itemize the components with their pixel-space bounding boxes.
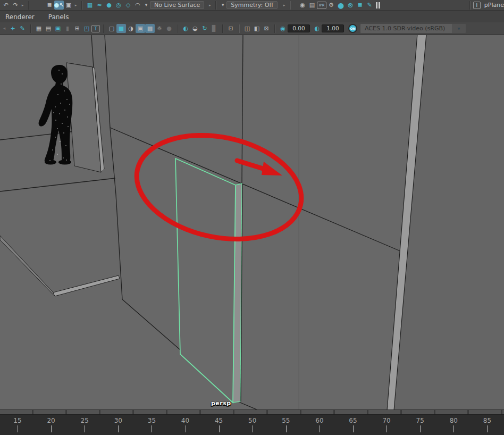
gate-mask-button[interactable]: ▮ — [63, 24, 72, 33]
ipr-render-button[interactable]: IPR — [317, 2, 326, 9]
cache-strip[interactable] — [0, 410, 504, 415]
gamma-field[interactable]: 1.00 — [322, 24, 344, 32]
multisample-aa-button[interactable]: ▊ — [209, 24, 219, 33]
cancel-render-button[interactable]: ⊗ — [346, 1, 355, 10]
film-gate-button[interactable]: ▤ — [44, 24, 53, 33]
snap-options-dropdown-icon[interactable]: ▾ — [142, 1, 150, 10]
symmetry-field[interactable]: Symmetry: Off — [226, 1, 278, 9]
viewport-toolbar: ◂ + ✎ ▦ ▤ ▣ ▮ ⊞ ◰ T ▢ ■ ◑ ▣ ▩ ☼ ● ◐ ◒ ↻ … — [0, 22, 504, 35]
safe-action-button[interactable]: ◰ — [82, 24, 91, 33]
view-transform-combo[interactable]: ACES 1.0 SDR-video (sRGB) — [360, 24, 452, 33]
snap-to-plane-button[interactable]: ◇ — [123, 1, 133, 10]
gamma-icon[interactable]: ◐ — [312, 24, 322, 33]
frame-label: 40 — [181, 417, 189, 424]
selection-highlight-button[interactable]: ⊡ — [226, 24, 236, 33]
field-chart-button[interactable]: ⊞ — [72, 24, 82, 33]
frame-tick — [453, 425, 454, 432]
bounding-box-display-button[interactable]: ◑ — [126, 24, 136, 33]
frame-label: 50 — [248, 417, 256, 424]
group-collapser[interactable]: ▸ — [20, 3, 25, 7]
status-bar: ↶ ↷ ▸ ≣ ●↖ ▣ ▸ ▦ ≈ ● ◎ ◇ ◠ ▾ No Live Sur… — [0, 0, 504, 11]
select-object-button[interactable]: ●↖ — [54, 1, 64, 10]
frame-label: 45 — [215, 417, 223, 424]
menu-panels[interactable]: Panels — [46, 12, 71, 22]
light-editor-button[interactable]: ≣ — [355, 1, 365, 10]
xray-active-button[interactable]: ⊠ — [262, 24, 271, 33]
smooth-shade-button[interactable]: ■ — [116, 24, 126, 33]
frame-label: 20 — [47, 417, 55, 424]
statusbar-right-group: I pPlane — [466, 1, 504, 10]
motion-blur-button[interactable]: ↻ — [200, 24, 209, 33]
panel-collapse-icon[interactable]: ◂ — [1, 24, 8, 33]
menu-renderer[interactable]: Renderer — [3, 12, 37, 22]
symmetry-dropdown-icon[interactable]: ▾ — [219, 1, 226, 10]
select-hierarchy-button[interactable]: ≣ — [45, 1, 54, 10]
group-collapser[interactable]: ▸ — [207, 3, 212, 7]
snap-to-grid-button[interactable]: ▦ — [85, 1, 95, 10]
frame-tick — [387, 425, 387, 432]
make-live-button[interactable]: ◠ — [133, 1, 142, 10]
wireframe-on-shaded-button[interactable]: ▣ — [136, 24, 145, 33]
frame-label: 85 — [483, 417, 491, 424]
use-default-material-button[interactable]: ● — [164, 24, 174, 33]
toolbar-separator — [469, 1, 470, 10]
frame-tick — [186, 425, 186, 432]
frame-label: 35 — [148, 417, 156, 424]
safe-title-button[interactable]: T — [91, 25, 100, 32]
select-component-button[interactable]: ▣ — [64, 1, 73, 10]
exposure-field[interactable]: 0.00 — [288, 24, 310, 32]
timeline: 152025303540455055606570758085 — [0, 409, 504, 435]
render-sequence-button[interactable]: ● — [336, 1, 346, 10]
frame-label: 70 — [382, 417, 390, 424]
frame-label: 55 — [282, 417, 290, 424]
frame-tick — [219, 425, 220, 432]
toolbar-separator — [239, 24, 239, 33]
undo-icon[interactable]: ↶ — [1, 1, 11, 10]
input-line-icon[interactable]: I — [473, 2, 481, 9]
toolbar-separator — [177, 24, 178, 33]
pan-zoom-tool-button[interactable]: + — [8, 24, 18, 33]
toolbar-separator — [222, 24, 223, 33]
pause-icon[interactable] — [374, 2, 382, 9]
ambient-occlusion-button[interactable]: ◒ — [190, 24, 200, 33]
render-current-frame-button[interactable]: ▤ — [307, 1, 317, 10]
time-slider[interactable]: 152025303540455055606570758085 — [0, 415, 504, 435]
toolbar-separator — [290, 1, 290, 10]
viewport-scene — [0, 35, 504, 409]
group-collapser[interactable]: ▸ — [282, 3, 287, 7]
frame-tick — [18, 425, 18, 432]
viewport[interactable]: persp — [0, 35, 504, 409]
paint-effects-button[interactable]: ✎ — [365, 1, 374, 10]
color-management-toggle[interactable]: ON — [348, 24, 357, 33]
exposure-icon[interactable]: ◉ — [278, 24, 288, 33]
toolbar-separator — [274, 24, 275, 33]
frame-tick — [118, 425, 119, 432]
group-collapser[interactable]: ▸ — [73, 3, 78, 7]
frame-tick — [152, 425, 152, 432]
frame-tick — [320, 425, 320, 432]
frame-label: 15 — [13, 417, 21, 424]
render-view-button[interactable]: ◉ — [298, 1, 307, 10]
frame-label: 60 — [315, 417, 323, 424]
snap-to-curve-button[interactable]: ≈ — [95, 1, 104, 10]
object-name-field[interactable]: pPlane — [484, 2, 504, 9]
show-grid-button[interactable]: ▦ — [34, 24, 44, 33]
snap-to-projected-center-button[interactable]: ◎ — [114, 1, 123, 10]
wireframe-display-button[interactable]: ▢ — [107, 24, 116, 33]
frame-tick — [253, 425, 253, 432]
render-settings-button[interactable]: ⚙ — [326, 1, 336, 10]
xray-joints-button[interactable]: ◧ — [252, 24, 262, 33]
shadows-button[interactable]: ◐ — [181, 24, 190, 33]
use-all-lights-button[interactable]: ☼ — [155, 24, 164, 33]
snap-to-point-button[interactable]: ● — [104, 1, 114, 10]
textured-display-button[interactable]: ▩ — [145, 24, 155, 33]
redo-icon[interactable]: ↷ — [11, 1, 20, 10]
view-transform-dropdown-icon[interactable]: ▾ — [452, 24, 466, 33]
frame-label: 65 — [349, 417, 357, 424]
toolbar-separator — [81, 1, 82, 10]
live-surface-field[interactable]: No Live Surface — [150, 1, 204, 9]
xray-button[interactable]: ◫ — [242, 24, 252, 33]
resolution-gate-button[interactable]: ▣ — [53, 24, 63, 33]
pencil-tool-button[interactable]: ✎ — [18, 24, 27, 33]
frame-label: 30 — [114, 417, 122, 424]
